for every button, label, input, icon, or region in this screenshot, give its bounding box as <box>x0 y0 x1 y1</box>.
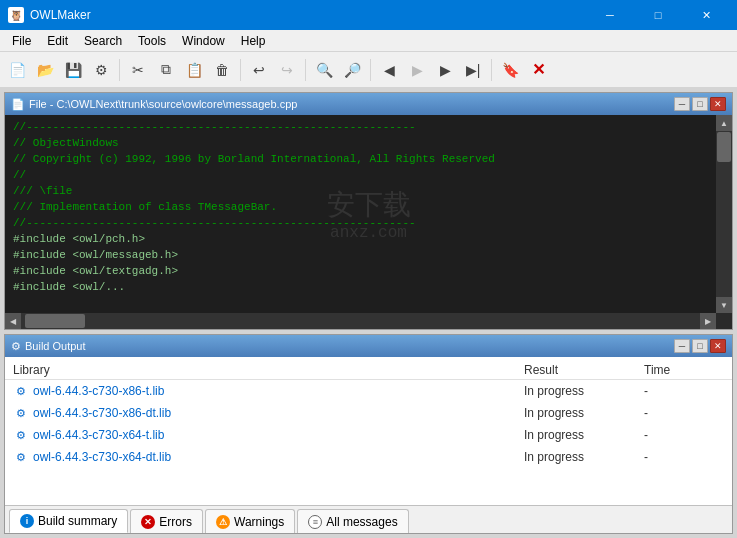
code-line-11: #include <owl/... <box>13 279 712 295</box>
maximize-button[interactable]: □ <box>635 0 681 30</box>
code-minimize-btn[interactable]: ─ <box>674 97 690 111</box>
build-row-4: ⚙ owl-6.44.3-c730-x64-dt.lib In progress… <box>5 446 732 468</box>
code-close-btn[interactable]: ✕ <box>710 97 726 111</box>
stop-button[interactable]: ✕ <box>525 57 551 83</box>
tab-all-messages-label: All messages <box>326 515 397 529</box>
scroll-track[interactable] <box>716 131 732 297</box>
tab-error-icon: ✕ <box>141 515 155 529</box>
tab-all-messages[interactable]: ≡ All messages <box>297 509 408 533</box>
undo-button[interactable]: ↩ <box>246 57 272 83</box>
nav-back-button[interactable]: ◀ <box>376 57 402 83</box>
search-button[interactable]: 🔍 <box>311 57 337 83</box>
sep-4 <box>370 59 371 81</box>
build-row-3: ⚙ owl-6.44.3-c730-x64-t.lib In progress … <box>5 424 732 446</box>
build-maximize-btn[interactable]: □ <box>692 339 708 353</box>
code-line-3: // Copyright (c) 1992, 1996 by Borland I… <box>13 151 712 167</box>
code-line-7: //--------------------------------------… <box>13 215 712 231</box>
toolbar-btn-4[interactable]: ⚙ <box>88 57 114 83</box>
hscroll-right-arrow[interactable]: ▶ <box>700 313 716 329</box>
lib-time-3: - <box>644 428 724 442</box>
build-minimize-btn[interactable]: ─ <box>674 339 690 353</box>
code-maximize-btn[interactable]: □ <box>692 97 708 111</box>
lib-name-3: ⚙ owl-6.44.3-c730-x64-t.lib <box>13 427 524 443</box>
tab-build-summary[interactable]: i Build summary <box>9 509 128 533</box>
scroll-thumb[interactable] <box>717 132 731 162</box>
save-button[interactable]: 💾 <box>60 57 86 83</box>
code-line-1: //--------------------------------------… <box>13 119 712 135</box>
code-line-2: // ObjectWindows <box>13 135 712 151</box>
build-tabs: i Build summary ✕ Errors ⚠ Warnings ≡ Al… <box>5 505 732 533</box>
app-icon: 🦉 <box>8 7 24 23</box>
code-line-6: /// Implementation of class TMessageBar. <box>13 199 712 215</box>
close-button[interactable]: ✕ <box>683 0 729 30</box>
tab-errors-label: Errors <box>159 515 192 529</box>
code-window-title-bar: 📄 File - C:\OWLNext\trunk\source\owlcore… <box>5 93 732 115</box>
build-icon: ⚙ <box>11 340 21 353</box>
scroll-up-arrow[interactable]: ▲ <box>716 115 732 131</box>
tab-warnings-label: Warnings <box>234 515 284 529</box>
lib-name-2: ⚙ owl-6.44.3-c730-x86-dt.lib <box>13 405 524 421</box>
tab-warning-icon: ⚠ <box>216 515 230 529</box>
hscroll-left-arrow[interactable]: ◀ <box>5 313 21 329</box>
lib-icon-3: ⚙ <box>13 427 29 443</box>
build-table-header: Library Result Time <box>5 361 732 380</box>
lib-result-1: In progress <box>524 384 644 398</box>
nav-forward-button[interactable]: ▶ <box>404 57 430 83</box>
lib-name-1: ⚙ owl-6.44.3-c730-x86-t.lib <box>13 383 524 399</box>
code-window-title-left: 📄 File - C:\OWLNext\trunk\source\owlcore… <box>11 98 297 111</box>
build-content: Library Result Time ⚙ owl-6.44.3-c730-x8… <box>5 357 732 505</box>
scroll-down-arrow[interactable]: ▼ <box>716 297 732 313</box>
menu-file[interactable]: File <box>4 30 39 52</box>
tab-warnings[interactable]: ⚠ Warnings <box>205 509 295 533</box>
toolbar-btn-8[interactable]: 🗑 <box>209 57 235 83</box>
open-button[interactable]: 📂 <box>32 57 58 83</box>
build-row-2: ⚙ owl-6.44.3-c730-x86-dt.lib In progress… <box>5 402 732 424</box>
hscroll-corner <box>716 313 732 329</box>
menu-help[interactable]: Help <box>233 30 274 52</box>
minimize-button[interactable]: ─ <box>587 0 633 30</box>
col-header-result: Result <box>524 363 644 377</box>
lib-time-4: - <box>644 450 724 464</box>
cut-button[interactable]: ✂ <box>125 57 151 83</box>
lib-result-3: In progress <box>524 428 644 442</box>
title-bar-controls: ─ □ ✕ <box>587 0 729 30</box>
menu-tools[interactable]: Tools <box>130 30 174 52</box>
toolbar: 📄 📂 💾 ⚙ ✂ ⧉ 📋 🗑 ↩ ↪ 🔍 🔎 ◀ ▶ ▶ ▶| 🔖 ✕ <box>0 52 737 88</box>
lib-name-4: ⚙ owl-6.44.3-c730-x64-dt.lib <box>13 449 524 465</box>
code-hscrollbar: ◀ ▶ <box>5 313 732 329</box>
build-close-btn[interactable]: ✕ <box>710 339 726 353</box>
menu-window[interactable]: Window <box>174 30 233 52</box>
code-line-10: #include <owl/textgadg.h> <box>13 263 712 279</box>
title-bar: 🦉 OWLMaker ─ □ ✕ <box>0 0 737 30</box>
lib-icon-4: ⚙ <box>13 449 29 465</box>
paste-button[interactable]: 📋 <box>181 57 207 83</box>
hscroll-track[interactable] <box>21 313 700 329</box>
nav-next-button[interactable]: ▶ <box>432 57 458 83</box>
nav-end-button[interactable]: ▶| <box>460 57 486 83</box>
menu-edit[interactable]: Edit <box>39 30 76 52</box>
toolbar-btn-a[interactable]: 🔎 <box>339 57 365 83</box>
code-content: //--------------------------------------… <box>5 115 732 313</box>
lib-time-1: - <box>644 384 724 398</box>
code-window: 📄 File - C:\OWLNext\trunk\source\owlcore… <box>4 92 733 330</box>
code-line-4: // <box>13 167 712 183</box>
menu-bar: File Edit Search Tools Window Help <box>0 30 737 52</box>
lib-result-2: In progress <box>524 406 644 420</box>
hscroll-thumb[interactable] <box>25 314 85 328</box>
copy-button[interactable]: ⧉ <box>153 57 179 83</box>
sep-5 <box>491 59 492 81</box>
title-bar-left: 🦉 OWLMaker <box>8 7 91 23</box>
new-button[interactable]: 📄 <box>4 57 30 83</box>
build-window-title-bar: ⚙ Build Output ─ □ ✕ <box>5 335 732 357</box>
tab-build-summary-label: Build summary <box>38 514 117 528</box>
menu-search[interactable]: Search <box>76 30 130 52</box>
redo-button[interactable]: ↪ <box>274 57 300 83</box>
col-header-library: Library <box>13 363 524 377</box>
app-title: OWLMaker <box>30 8 91 22</box>
tab-errors[interactable]: ✕ Errors <box>130 509 203 533</box>
lib-icon-1: ⚙ <box>13 383 29 399</box>
code-vscrollbar[interactable]: ▲ ▼ <box>716 115 732 313</box>
col-header-time: Time <box>644 363 724 377</box>
bookmark-button[interactable]: 🔖 <box>497 57 523 83</box>
build-window-controls: ─ □ ✕ <box>674 339 726 353</box>
